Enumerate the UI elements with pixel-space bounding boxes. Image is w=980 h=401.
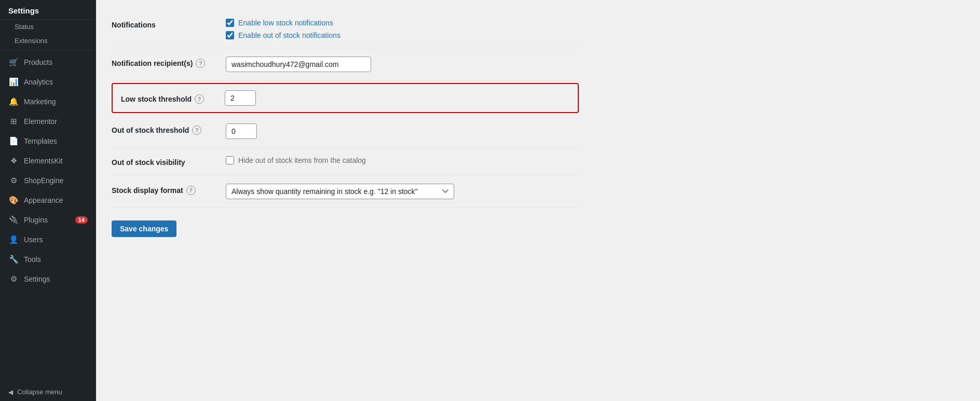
notification-recipient-input[interactable] <box>226 57 371 72</box>
analytics-icon <box>8 77 19 87</box>
sidebar-label-plugins: Plugins <box>24 216 70 224</box>
users-icon <box>8 235 19 244</box>
products-icon <box>8 58 19 67</box>
sidebar-item-templates[interactable]: Templates <box>0 131 96 151</box>
save-changes-button[interactable]: Save changes <box>112 220 176 237</box>
settings-icon <box>8 274 19 284</box>
sidebar-label-shopengine: ShopEngine <box>24 176 88 185</box>
sidebar: Settings Status Extensions Products Anal… <box>0 0 96 401</box>
out-of-stock-threshold-content <box>226 123 579 139</box>
low-stock-threshold-help-icon[interactable]: ? <box>195 94 204 104</box>
low-stock-threshold-content <box>225 90 569 106</box>
sidebar-item-elementskit[interactable]: ElementsKit <box>0 151 96 171</box>
collapse-label: Collapse menu <box>17 388 62 396</box>
sidebar-item-analytics[interactable]: Analytics <box>0 72 96 92</box>
out-of-stock-visibility-checkbox-label: Hide out of stock items from the catalog <box>238 156 366 164</box>
plugins-badge: 14 <box>75 216 88 224</box>
elementor-icon <box>8 117 19 126</box>
elementskit-icon <box>8 156 19 165</box>
out-of-stock-visibility-checkbox[interactable] <box>226 156 234 164</box>
stock-display-format-label: Stock display format ? <box>112 184 226 195</box>
sidebar-item-settings[interactable]: Settings <box>0 269 96 289</box>
notifications-row: Notifications Enable low stock notificat… <box>112 10 579 48</box>
stock-display-format-content: Always show quantity remaining in stock … <box>226 184 579 199</box>
sidebar-item-elementor[interactable]: Elementor <box>0 112 96 131</box>
out-of-stock-visibility-checkbox-row[interactable]: Hide out of stock items from the catalog <box>226 156 579 164</box>
out-of-stock-notifications-checkbox-row[interactable]: Enable out of stock notifications <box>226 31 579 39</box>
low-stock-threshold-highlighted-row: Low stock threshold ? <box>112 83 579 113</box>
out-of-stock-threshold-row: Out of stock threshold ? <box>112 115 579 148</box>
sidebar-label-settings: Settings <box>24 275 88 283</box>
sidebar-item-extensions[interactable]: Extensions <box>0 34 96 48</box>
sidebar-label-products: Products <box>24 58 88 66</box>
out-of-stock-visibility-row: Out of stock visibility Hide out of stoc… <box>112 148 579 175</box>
sidebar-item-status[interactable]: Status <box>0 20 96 34</box>
low-stock-threshold-label: Low stock threshold ? <box>121 92 225 104</box>
sidebar-item-marketing[interactable]: Marketing <box>0 92 96 112</box>
out-of-stock-notifications-label: Enable out of stock notifications <box>238 31 341 39</box>
tools-icon <box>8 255 19 264</box>
out-of-stock-threshold-label: Out of stock threshold ? <box>112 123 226 135</box>
collapse-menu[interactable]: Collapse menu <box>0 383 96 401</box>
marketing-icon <box>8 97 19 106</box>
sidebar-label-templates: Templates <box>24 137 88 145</box>
stock-display-format-help-icon[interactable]: ? <box>186 186 196 195</box>
sidebar-item-shopengine[interactable]: ShopEngine <box>0 171 96 190</box>
sidebar-header: Settings <box>0 0 96 20</box>
sidebar-label-appearance: Appearance <box>24 196 88 204</box>
settings-form: Notifications Enable low stock notificat… <box>112 10 579 245</box>
collapse-icon <box>8 388 13 396</box>
out-of-stock-threshold-input[interactable] <box>226 123 257 139</box>
low-stock-notifications-checkbox-row[interactable]: Enable low stock notifications <box>226 19 579 27</box>
main-content: Notifications Enable low stock notificat… <box>96 0 980 401</box>
plugins-icon <box>8 215 19 225</box>
save-changes-row: Save changes <box>112 208 579 245</box>
shopengine-icon <box>8 176 19 185</box>
sidebar-label-elementskit: ElementsKit <box>24 157 88 165</box>
low-stock-threshold-input[interactable] <box>225 90 256 106</box>
notification-recipient-label: Notification recipient(s) ? <box>112 57 226 68</box>
appearance-icon <box>8 196 19 205</box>
sidebar-label-tools: Tools <box>24 255 88 264</box>
out-of-stock-visibility-label: Out of stock visibility <box>112 156 226 167</box>
sidebar-item-plugins[interactable]: Plugins 14 <box>0 210 96 230</box>
sidebar-item-products[interactable]: Products <box>0 52 96 72</box>
templates-icon <box>8 136 19 146</box>
stock-display-format-select[interactable]: Always show quantity remaining in stock … <box>226 184 454 199</box>
notification-recipient-help-icon[interactable]: ? <box>196 59 205 68</box>
notification-recipient-row: Notification recipient(s) ? <box>112 48 579 81</box>
notification-recipient-content <box>226 57 579 72</box>
out-of-stock-notifications-checkbox[interactable] <box>226 31 234 39</box>
notifications-content: Enable low stock notifications Enable ou… <box>226 19 579 39</box>
low-stock-notifications-label: Enable low stock notifications <box>238 19 333 27</box>
sidebar-item-appearance[interactable]: Appearance <box>0 190 96 210</box>
stock-display-format-row: Stock display format ? Always show quant… <box>112 175 579 208</box>
sidebar-label-elementor: Elementor <box>24 117 88 126</box>
sidebar-label-marketing: Marketing <box>24 98 88 106</box>
sidebar-label-analytics: Analytics <box>24 78 88 86</box>
sidebar-divider <box>0 50 96 50</box>
low-stock-notifications-checkbox[interactable] <box>226 19 234 27</box>
sidebar-item-users[interactable]: Users <box>0 230 96 250</box>
sidebar-label-users: Users <box>24 236 88 244</box>
sidebar-item-tools[interactable]: Tools <box>0 250 96 269</box>
out-of-stock-threshold-help-icon[interactable]: ? <box>192 126 201 135</box>
notifications-label: Notifications <box>112 19 226 29</box>
out-of-stock-visibility-content: Hide out of stock items from the catalog <box>226 156 579 164</box>
